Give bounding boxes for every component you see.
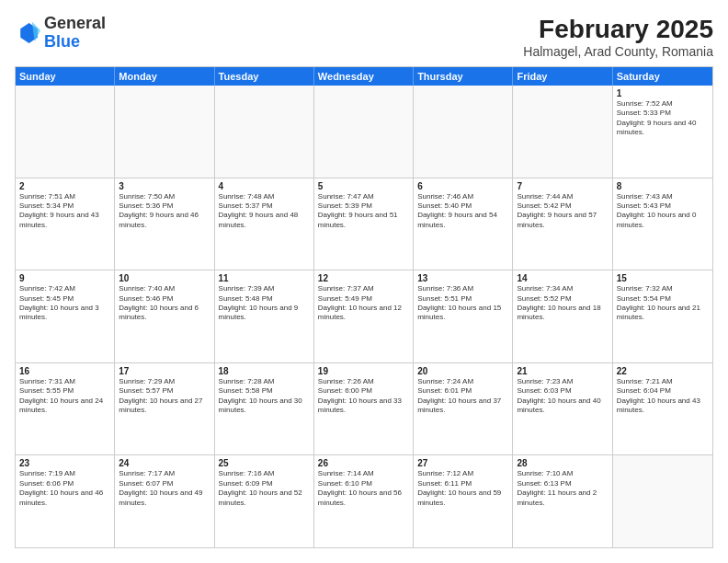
cell-w4-d6: [613, 455, 712, 547]
cell-w0-d3: [314, 86, 414, 178]
week-row-4: 23Sunrise: 7:19 AM Sunset: 6:06 PM Dayli…: [16, 455, 712, 547]
day-number: 1: [617, 88, 709, 98]
cell-w1-d1: 3Sunrise: 7:50 AM Sunset: 5:36 PM Daylig…: [115, 178, 214, 270]
day-number: 16: [19, 366, 110, 376]
day-number: 25: [219, 458, 310, 468]
day-number: 10: [119, 273, 210, 283]
day-info: Sunrise: 7:10 AM Sunset: 6:13 PM Dayligh…: [517, 469, 608, 508]
page: General Blue February 2025 Halmagel, Ara…: [0, 0, 728, 563]
calendar-title: February 2025: [523, 15, 713, 44]
cell-w1-d4: 6Sunrise: 7:46 AM Sunset: 5:40 PM Daylig…: [414, 178, 513, 270]
cell-w3-d3: 19Sunrise: 7:26 AM Sunset: 6:00 PM Dayli…: [314, 363, 414, 455]
day-info: Sunrise: 7:24 AM Sunset: 6:01 PM Dayligh…: [417, 377, 508, 416]
cell-w1-d6: 8Sunrise: 7:43 AM Sunset: 5:43 PM Daylig…: [613, 178, 712, 270]
logo-general-text: General: [44, 14, 106, 32]
header-friday: Friday: [513, 67, 612, 86]
day-info: Sunrise: 7:14 AM Sunset: 6:10 PM Dayligh…: [318, 469, 409, 508]
day-number: 4: [219, 181, 310, 191]
day-number: 9: [19, 273, 110, 283]
day-info: Sunrise: 7:28 AM Sunset: 5:58 PM Dayligh…: [219, 377, 310, 416]
day-number: 6: [417, 181, 508, 191]
header-tuesday: Tuesday: [215, 67, 314, 86]
day-number: 19: [318, 366, 409, 376]
day-number: 12: [318, 273, 409, 283]
week-row-2: 9Sunrise: 7:42 AM Sunset: 5:45 PM Daylig…: [16, 270, 712, 363]
day-info: Sunrise: 7:50 AM Sunset: 5:36 PM Dayligh…: [119, 192, 210, 231]
cell-w2-d3: 12Sunrise: 7:37 AM Sunset: 5:49 PM Dayli…: [314, 270, 414, 362]
day-number: 24: [119, 458, 210, 468]
day-info: Sunrise: 7:40 AM Sunset: 5:46 PM Dayligh…: [119, 284, 210, 323]
day-number: 27: [417, 458, 508, 468]
day-info: Sunrise: 7:51 AM Sunset: 5:34 PM Dayligh…: [19, 192, 110, 231]
day-info: Sunrise: 7:37 AM Sunset: 5:49 PM Dayligh…: [318, 284, 409, 323]
cell-w1-d2: 4Sunrise: 7:48 AM Sunset: 5:37 PM Daylig…: [215, 178, 314, 270]
day-number: 5: [318, 181, 409, 191]
cell-w3-d6: 22Sunrise: 7:21 AM Sunset: 6:04 PM Dayli…: [613, 363, 712, 455]
day-number: 8: [617, 181, 709, 191]
cell-w4-d0: 23Sunrise: 7:19 AM Sunset: 6:06 PM Dayli…: [16, 455, 115, 547]
day-number: 18: [219, 366, 310, 376]
cell-w2-d6: 15Sunrise: 7:32 AM Sunset: 5:54 PM Dayli…: [613, 270, 712, 362]
day-info: Sunrise: 7:48 AM Sunset: 5:37 PM Dayligh…: [219, 192, 310, 231]
cell-w2-d1: 10Sunrise: 7:40 AM Sunset: 5:46 PM Dayli…: [115, 270, 214, 362]
day-number: 20: [417, 366, 508, 376]
cell-w2-d5: 14Sunrise: 7:34 AM Sunset: 5:52 PM Dayli…: [513, 270, 612, 362]
day-info: Sunrise: 7:29 AM Sunset: 5:57 PM Dayligh…: [119, 377, 210, 416]
day-info: Sunrise: 7:12 AM Sunset: 6:11 PM Dayligh…: [417, 469, 508, 508]
day-number: 2: [19, 181, 110, 191]
cell-w4-d1: 24Sunrise: 7:17 AM Sunset: 6:07 PM Dayli…: [115, 455, 214, 547]
header-sunday: Sunday: [16, 67, 115, 86]
day-number: 22: [617, 366, 709, 376]
day-info: Sunrise: 7:39 AM Sunset: 5:48 PM Dayligh…: [219, 284, 310, 323]
day-info: Sunrise: 7:31 AM Sunset: 5:55 PM Dayligh…: [19, 377, 110, 416]
cell-w1-d0: 2Sunrise: 7:51 AM Sunset: 5:34 PM Daylig…: [16, 178, 115, 270]
cell-w3-d2: 18Sunrise: 7:28 AM Sunset: 5:58 PM Dayli…: [215, 363, 314, 455]
day-number: 15: [617, 273, 709, 283]
day-number: 28: [517, 458, 608, 468]
day-info: Sunrise: 7:26 AM Sunset: 6:00 PM Dayligh…: [318, 377, 409, 416]
cell-w0-d5: [513, 86, 612, 178]
day-info: Sunrise: 7:21 AM Sunset: 6:04 PM Dayligh…: [617, 377, 709, 416]
cell-w1-d3: 5Sunrise: 7:47 AM Sunset: 5:39 PM Daylig…: [314, 178, 414, 270]
day-info: Sunrise: 7:47 AM Sunset: 5:39 PM Dayligh…: [318, 192, 409, 231]
logo: General Blue: [15, 15, 106, 52]
header-monday: Monday: [115, 67, 214, 86]
cell-w0-d6: 1Sunrise: 7:52 AM Sunset: 5:33 PM Daylig…: [613, 86, 712, 178]
day-info: Sunrise: 7:19 AM Sunset: 6:06 PM Dayligh…: [19, 469, 110, 508]
cell-w0-d4: [414, 86, 513, 178]
day-info: Sunrise: 7:43 AM Sunset: 5:43 PM Dayligh…: [617, 192, 709, 231]
day-info: Sunrise: 7:34 AM Sunset: 5:52 PM Dayligh…: [517, 284, 608, 323]
logo-icon: [15, 20, 40, 46]
day-info: Sunrise: 7:52 AM Sunset: 5:33 PM Dayligh…: [617, 99, 709, 138]
day-number: 13: [417, 273, 508, 283]
day-number: 17: [119, 366, 210, 376]
day-info: Sunrise: 7:32 AM Sunset: 5:54 PM Dayligh…: [617, 284, 709, 323]
cell-w0-d1: [115, 86, 214, 178]
cell-w4-d2: 25Sunrise: 7:16 AM Sunset: 6:09 PM Dayli…: [215, 455, 314, 547]
cell-w4-d3: 26Sunrise: 7:14 AM Sunset: 6:10 PM Dayli…: [314, 455, 414, 547]
cell-w3-d4: 20Sunrise: 7:24 AM Sunset: 6:01 PM Dayli…: [414, 363, 513, 455]
cell-w0-d2: [215, 86, 314, 178]
cell-w4-d5: 28Sunrise: 7:10 AM Sunset: 6:13 PM Dayli…: [513, 455, 612, 547]
cell-w1-d5: 7Sunrise: 7:44 AM Sunset: 5:42 PM Daylig…: [513, 178, 612, 270]
day-number: 26: [318, 458, 409, 468]
week-row-1: 2Sunrise: 7:51 AM Sunset: 5:34 PM Daylig…: [16, 178, 712, 271]
calendar-body: 1Sunrise: 7:52 AM Sunset: 5:33 PM Daylig…: [16, 86, 712, 547]
calendar: Sunday Monday Tuesday Wednesday Thursday…: [15, 66, 713, 548]
day-number: 11: [219, 273, 310, 283]
day-number: 23: [19, 458, 110, 468]
day-number: 7: [517, 181, 608, 191]
day-number: 21: [517, 366, 608, 376]
day-info: Sunrise: 7:16 AM Sunset: 6:09 PM Dayligh…: [219, 469, 310, 508]
day-number: 14: [517, 273, 608, 283]
cell-w3-d0: 16Sunrise: 7:31 AM Sunset: 5:55 PM Dayli…: [16, 363, 115, 455]
cell-w2-d2: 11Sunrise: 7:39 AM Sunset: 5:48 PM Dayli…: [215, 270, 314, 362]
cell-w4-d4: 27Sunrise: 7:12 AM Sunset: 6:11 PM Dayli…: [414, 455, 513, 547]
week-row-3: 16Sunrise: 7:31 AM Sunset: 5:55 PM Dayli…: [16, 363, 712, 456]
cell-w3-d5: 21Sunrise: 7:23 AM Sunset: 6:03 PM Dayli…: [513, 363, 612, 455]
cell-w3-d1: 17Sunrise: 7:29 AM Sunset: 5:57 PM Dayli…: [115, 363, 214, 455]
cell-w0-d0: [16, 86, 115, 178]
day-info: Sunrise: 7:23 AM Sunset: 6:03 PM Dayligh…: [517, 377, 608, 416]
week-row-0: 1Sunrise: 7:52 AM Sunset: 5:33 PM Daylig…: [16, 86, 712, 178]
day-info: Sunrise: 7:17 AM Sunset: 6:07 PM Dayligh…: [119, 469, 210, 508]
